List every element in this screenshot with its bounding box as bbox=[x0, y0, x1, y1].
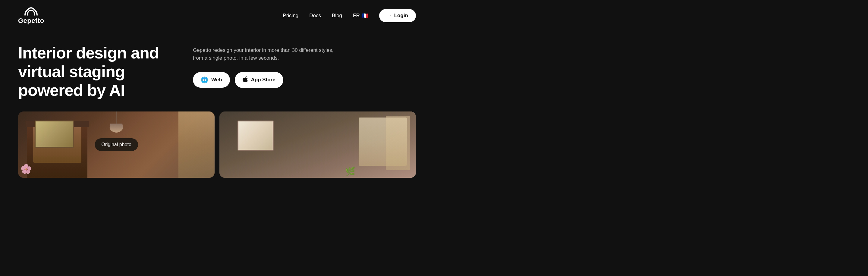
curtains-decor bbox=[179, 112, 215, 178]
right-curtains-decor bbox=[386, 116, 410, 170]
right-artwork-decor bbox=[238, 121, 274, 151]
web-button[interactable]: 🌐 Web bbox=[193, 72, 230, 88]
cta-buttons: 🌐 Web App Store bbox=[193, 72, 338, 88]
original-photo-badge: Original photo bbox=[95, 138, 138, 151]
hero-right: Gepetto redesign your interior in more t… bbox=[193, 43, 338, 88]
original-photo-label: Original photo bbox=[101, 142, 131, 147]
login-label: Login bbox=[394, 13, 408, 19]
hanging-lamp-decor bbox=[107, 112, 125, 132]
lang-label: FR bbox=[353, 13, 360, 19]
login-button[interactable]: → Login bbox=[379, 9, 416, 22]
nav-links: Pricing Docs Blog FR 🇫🇷 → Login bbox=[283, 9, 416, 22]
hero-section: Interior design and virtual staging powe… bbox=[0, 31, 434, 99]
app-store-label: App Store bbox=[251, 77, 276, 83]
redesigned-photo-card: 🌿 bbox=[219, 112, 416, 178]
logo-text: Gepetto bbox=[18, 17, 44, 25]
app-store-button[interactable]: App Store bbox=[235, 72, 283, 88]
right-plant-decor: 🌿 bbox=[345, 166, 355, 176]
nav-pricing[interactable]: Pricing bbox=[283, 13, 299, 19]
painting-decor bbox=[35, 121, 74, 148]
gepetto-logo-icon bbox=[23, 7, 39, 16]
apple-icon bbox=[243, 76, 248, 84]
logo[interactable]: Gepetto bbox=[18, 7, 44, 25]
nav-blog[interactable]: Blog bbox=[332, 13, 342, 19]
hero-title: Interior design and virtual staging powe… bbox=[18, 43, 175, 99]
navbar: Gepetto Pricing Docs Blog FR 🇫🇷 → Login bbox=[0, 0, 434, 31]
hero-left: Interior design and virtual staging powe… bbox=[18, 43, 175, 99]
flag-icon: 🇫🇷 bbox=[362, 12, 368, 19]
hero-description: Gepetto redesign your interior in more t… bbox=[193, 47, 338, 62]
globe-icon: 🌐 bbox=[201, 76, 208, 84]
original-photo-card: 🌸 Original photo bbox=[18, 112, 215, 178]
arrow-right-icon: → bbox=[387, 13, 392, 19]
nav-language[interactable]: FR 🇫🇷 bbox=[353, 12, 368, 19]
web-button-label: Web bbox=[211, 77, 222, 83]
images-section: 🌸 Original photo 🌿 bbox=[0, 99, 434, 178]
nav-docs[interactable]: Docs bbox=[309, 13, 321, 19]
flower-decor: 🌸 bbox=[21, 163, 32, 174]
